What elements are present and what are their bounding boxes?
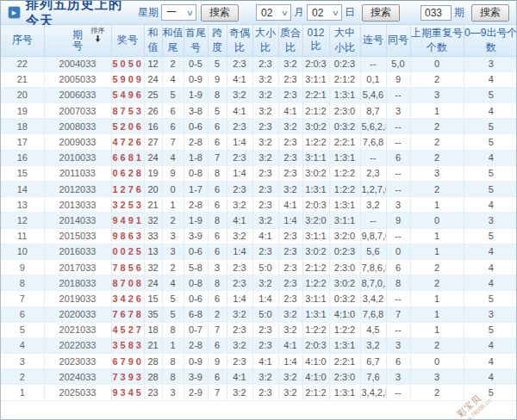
table-cell: 2:3 [227, 182, 252, 197]
table-cell: 2:3 [252, 182, 278, 197]
table-cell: 8,7 [360, 103, 386, 119]
table-cell: 0:3:2 [329, 291, 360, 306]
column-header-0: 序号 [1, 25, 44, 56]
table-cell: 4 [464, 197, 517, 213]
table-cell: 2012033 [44, 182, 111, 197]
table-cell: 22 [1, 56, 44, 71]
table-cell: 6 [208, 119, 227, 134]
table-cell: 3:0:2 [302, 244, 329, 259]
table-cell: 2:2:1 [329, 134, 360, 150]
table-cell: 2:3 [278, 165, 302, 181]
column-header-7: 奇偶比 [227, 25, 252, 56]
table-cell: -- [386, 165, 410, 181]
month-select[interactable]: 02 ∨ [256, 4, 291, 21]
table-cell: 54961 [111, 87, 144, 102]
table-cell: 3,2 [360, 337, 386, 353]
table-cell: -- [386, 119, 410, 134]
table-cell: 3:2 [278, 322, 302, 337]
table-cell: 2014033 [44, 213, 111, 228]
table-cell: 0-9 [184, 354, 208, 369]
table-cell: 12764 [111, 182, 144, 197]
column-header-12: 连号 [360, 25, 386, 56]
table-cell: 3,2 [360, 197, 386, 213]
table-cell: 3-8 [184, 103, 208, 119]
search-controls: 星期 一 ∨ 搜索 02 ∨ 月 02 ∨ 日 搜索 期 搜索 [135, 4, 509, 22]
issue-label: 期 [454, 5, 464, 20]
table-cell: 4:1 [227, 103, 252, 119]
table-cell: 2:3:0 [329, 259, 360, 275]
table-cell: 2 [410, 182, 464, 197]
table-cell: 2 [1, 369, 44, 385]
search-issue-button[interactable]: 搜索 [471, 4, 509, 22]
table-cell: 0 [162, 182, 184, 197]
weekday-select[interactable]: 一 ∨ [161, 4, 196, 21]
table-cell: 6 [386, 354, 410, 369]
table-cell: 6,7 [360, 354, 386, 369]
table-row: 32023033679062880-992:34:11:44:1:02:2:16… [1, 354, 517, 369]
table-cell: 6-8 [184, 306, 208, 322]
table-cell: 3:2 [252, 275, 278, 291]
table-cell: 4 [162, 150, 184, 165]
table-cell: 8 [162, 322, 184, 337]
table-cell: 3:2 [227, 306, 252, 322]
table-cell: 8 [208, 275, 227, 291]
table-cell: 18 [1, 119, 44, 134]
table-cell: 12 [1, 213, 44, 228]
table-cell: 0-7 [184, 322, 208, 337]
sort-arrow-icon[interactable] [91, 35, 105, 44]
table-cell: 3 [386, 103, 410, 119]
search-date-button[interactable]: 搜索 [362, 4, 400, 22]
table-cell: 6 [386, 259, 410, 275]
table-cell: 35832 [111, 337, 144, 353]
table-cell: 5 [464, 119, 517, 134]
table-cell: 2:3 [252, 197, 278, 213]
column-header-2: 奖号 [111, 25, 144, 56]
table-cell: 24 [144, 71, 162, 87]
table-cell: 3 [464, 306, 517, 322]
issue-input[interactable] [420, 5, 452, 21]
search-week-button[interactable]: 搜索 [201, 4, 239, 22]
table-cell: 2017033 [44, 259, 111, 275]
table-cell: 2 [410, 150, 464, 165]
table-cell: 1,2,7,6 [360, 182, 386, 197]
table-cell: 1:2:2 [329, 182, 360, 197]
table-cell: 2 [208, 306, 227, 322]
column-header-1: 期号排序 [44, 25, 111, 56]
sort-control[interactable]: 排序 [91, 28, 105, 44]
column-header-8: 大小比 [252, 25, 278, 56]
table-cell: -- [386, 87, 410, 102]
table-cell: 2024033 [44, 369, 111, 385]
table-cell: 2 [162, 213, 184, 228]
day-select[interactable]: 02 ∨ [307, 4, 342, 21]
lottery-history-widget: ▶ 排列五历史上的今天 星期 一 ∨ 搜索 02 ∨ 月 02 ∨ 日 搜索 期… [0, 0, 517, 420]
table-cell: 2023033 [44, 354, 111, 369]
table-cell: 1-9 [184, 213, 208, 228]
table-cell: 2010033 [44, 150, 111, 165]
table-cell: 2:0:3 [302, 337, 329, 353]
table-cell: 4,5 [360, 322, 386, 337]
table-cell: 5,4,6 [360, 87, 386, 102]
table-cell: 6 [208, 197, 227, 213]
table-cell: 3:1:1 [302, 291, 329, 306]
table-cell: 2:3 [278, 87, 302, 102]
table-cell: 2013033 [44, 197, 111, 213]
table-row: 102016033002561330-661:42:32:33:0:20:2:3… [1, 244, 517, 259]
table-cell: 1:3:1 [329, 150, 360, 165]
table-cell: 7 [162, 134, 184, 150]
table-cell: 3:0:2 [302, 165, 329, 181]
table-cell: 3 [410, 87, 464, 102]
table-cell: 7 [208, 385, 227, 400]
table-cell: 3:2 [227, 228, 252, 244]
table-cell: 3-9 [184, 228, 208, 244]
table-row: 112015033986373333-963:24:12:33:1:13:2:0… [1, 228, 517, 244]
table-row: 72019033342601550-661:41:42:33:1:10:3:23… [1, 291, 517, 306]
table-cell: 1 [410, 244, 464, 259]
table-cell: 4:1:0 [329, 306, 360, 322]
table-cell: 2016033 [44, 244, 111, 259]
table-cell: 6 [208, 369, 227, 385]
table-cell: 7,6,8 [360, 134, 386, 150]
table-cell: 2:0:3 [302, 197, 329, 213]
table-cell: 5 [464, 228, 517, 244]
table-cell: 2-8 [184, 337, 208, 353]
table-cell: 5 [1, 322, 44, 337]
